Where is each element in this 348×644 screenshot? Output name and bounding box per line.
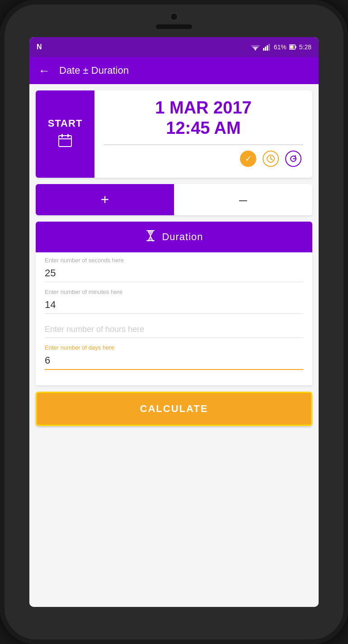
status-right: 61% ⚡ 5:28 bbox=[250, 43, 311, 51]
date-card: START 1 MAR 2017 12:45 AM bbox=[36, 90, 312, 178]
toolbar: ← Date ± Duration bbox=[29, 57, 319, 84]
notification-icon: N bbox=[37, 43, 42, 51]
calendar-icon bbox=[58, 133, 72, 151]
screen: N 61% bbox=[29, 37, 319, 607]
days-input[interactable] bbox=[45, 352, 303, 370]
hours-input[interactable] bbox=[45, 320, 303, 338]
svg-rect-12 bbox=[59, 136, 71, 147]
toolbar-title: Date ± Duration bbox=[59, 65, 129, 76]
phone-frame: N 61% bbox=[0, 0, 348, 644]
minutes-label: Enter number of minutes here bbox=[45, 289, 303, 295]
status-time: 5:28 bbox=[299, 43, 311, 51]
days-label: Enter number of days here bbox=[45, 344, 303, 351]
hours-field-group bbox=[45, 320, 303, 340]
battery-icon: ⚡ bbox=[289, 44, 296, 50]
seconds-label: Enter number of seconds here bbox=[45, 257, 303, 264]
svg-line-18 bbox=[271, 159, 273, 160]
content-area: START 1 MAR 2017 12:45 AM bbox=[29, 84, 319, 607]
wifi-icon bbox=[250, 43, 260, 51]
date-display: 1 MAR 2017 bbox=[103, 98, 303, 118]
minus-button[interactable]: – bbox=[174, 184, 312, 215]
signal-icon bbox=[263, 43, 271, 51]
phone-top bbox=[156, 13, 192, 29]
svg-rect-6 bbox=[267, 45, 268, 51]
svg-rect-7 bbox=[268, 44, 270, 51]
start-label[interactable]: START bbox=[36, 90, 94, 178]
seconds-field-group: Enter number of seconds here bbox=[45, 257, 303, 284]
earpiece-speaker bbox=[156, 24, 192, 29]
time-display: 12:45 AM bbox=[103, 118, 303, 138]
duration-title: Duration bbox=[162, 231, 203, 243]
svg-rect-4 bbox=[263, 48, 264, 51]
plus-button[interactable]: + bbox=[36, 184, 174, 215]
refresh-button[interactable] bbox=[285, 151, 301, 167]
minutes-input[interactable] bbox=[45, 296, 303, 314]
calculate-button[interactable]: CALCULATE bbox=[36, 392, 312, 426]
back-button[interactable]: ← bbox=[38, 64, 50, 78]
svg-point-3 bbox=[254, 49, 256, 51]
svg-text:⚡: ⚡ bbox=[291, 46, 294, 49]
seconds-input[interactable] bbox=[45, 265, 303, 282]
date-info: 1 MAR 2017 12:45 AM ✓ bbox=[94, 90, 312, 178]
toggle-row: + – bbox=[36, 184, 312, 215]
battery-percent: 61% bbox=[274, 43, 287, 51]
svg-rect-9 bbox=[295, 46, 296, 48]
clock-button[interactable] bbox=[263, 151, 279, 167]
date-divider bbox=[103, 144, 303, 145]
duration-header: Duration bbox=[36, 222, 312, 252]
svg-rect-14 bbox=[67, 134, 69, 137]
minutes-field-group: Enter number of minutes here bbox=[45, 289, 303, 316]
front-camera bbox=[170, 13, 178, 21]
calculate-label: CALCULATE bbox=[140, 403, 208, 414]
svg-rect-13 bbox=[61, 134, 63, 137]
days-field-group: Enter number of days here bbox=[45, 344, 303, 372]
date-actions: ✓ bbox=[103, 147, 303, 170]
hourglass-icon bbox=[145, 230, 156, 244]
status-bar: N 61% bbox=[29, 37, 319, 57]
status-left: N bbox=[37, 43, 42, 51]
inputs-area: Enter number of seconds here Enter numbe… bbox=[36, 252, 312, 385]
start-text: START bbox=[48, 118, 83, 129]
check-button[interactable]: ✓ bbox=[240, 151, 256, 167]
svg-rect-5 bbox=[265, 47, 266, 51]
